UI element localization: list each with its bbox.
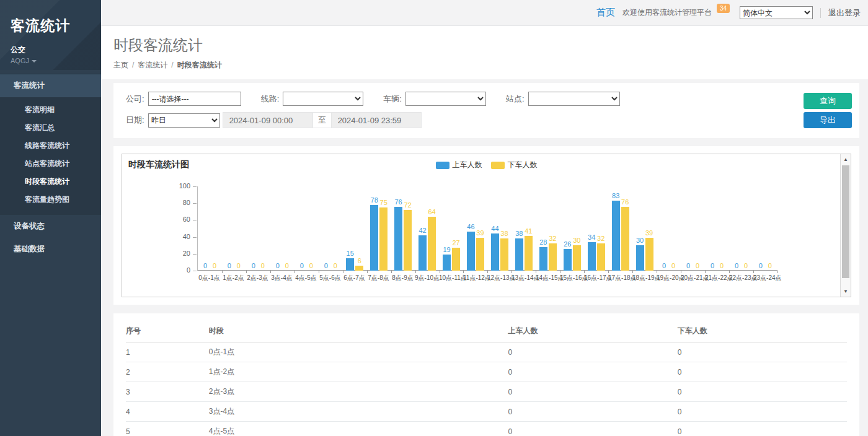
sidebar-item-2[interactable]: 客流汇总 [0, 119, 101, 137]
bar[interactable] [549, 243, 557, 271]
bar[interactable] [588, 242, 596, 271]
bar-value-label: 76 [621, 198, 629, 206]
breadcrumb-section[interactable]: 客流统计 [138, 61, 167, 69]
date-label: 日期: [126, 115, 144, 126]
table-row[interactable]: 21点-2点00 [126, 362, 847, 382]
bar-wrap: 27 [452, 186, 460, 271]
main-area: 首页 欢迎使用客流统计管理平台 34 简体中文 退出登录 时段客流统计 主页/客… [101, 0, 868, 436]
bar-group: 3039 [632, 186, 657, 271]
legend-item-alighting[interactable]: 下车人数 [491, 160, 538, 170]
scrollbar-thumb[interactable] [842, 165, 849, 278]
bar[interactable] [597, 243, 605, 271]
bar[interactable] [452, 248, 460, 271]
bar-wrap: 0 [732, 186, 740, 271]
sidebar-item-1[interactable]: 客流明细 [0, 101, 101, 119]
scroll-down-arrow[interactable]: ▼ [841, 287, 851, 296]
table-row[interactable]: 54点-5点00 [126, 422, 847, 436]
page-title: 时段客流统计 [113, 35, 856, 55]
bar-value-label: 0 [300, 262, 304, 269]
bar-wrap: 44 [491, 186, 499, 271]
table-row[interactable]: 10点-1点00 [126, 342, 847, 362]
table-row[interactable]: 32点-3点00 [126, 382, 847, 402]
bar-value-label: 0 [696, 262, 699, 269]
query-button[interactable]: 查询 [804, 93, 852, 109]
bar-group: 156 [343, 186, 367, 271]
vehicle-select[interactable] [405, 92, 486, 106]
sidebar-item-6[interactable]: 客流量趋势图 [0, 191, 101, 209]
bar[interactable] [379, 207, 388, 271]
bar[interactable] [636, 245, 644, 271]
bar-value-label: 41 [525, 227, 532, 235]
bar-wrap: 75 [379, 186, 388, 271]
bar[interactable] [467, 232, 475, 271]
bar[interactable] [443, 255, 451, 271]
x-tick-label: 18点-19点 [632, 274, 657, 282]
breadcrumb-home[interactable]: 主页 [113, 61, 128, 69]
bar[interactable] [394, 207, 402, 271]
bar[interactable] [476, 238, 484, 271]
bar[interactable] [355, 266, 363, 271]
date-start-input[interactable] [223, 112, 313, 128]
date-preset-select[interactable]: 昨日 [148, 113, 220, 128]
table-panel: 序号时段上车人数下车人数 10点-1点0021点-2点0032点-3点0043点… [113, 313, 859, 436]
bar-group: 00 [294, 186, 319, 271]
sidebar-section-0[interactable]: 客流统计 [0, 74, 101, 97]
bar[interactable] [573, 245, 581, 271]
sidebar-item-3[interactable]: 线路客流统计 [0, 137, 101, 155]
table-cell: 5 [126, 422, 209, 436]
bar-value-label: 38 [515, 230, 523, 237]
home-link[interactable]: 首页 [596, 7, 615, 19]
bar[interactable] [491, 233, 499, 271]
bar-value-label: 0 [285, 262, 289, 269]
notification-badge: 34 [717, 4, 730, 13]
bar-value-label: 0 [276, 262, 280, 269]
bar[interactable] [564, 249, 572, 271]
language-select[interactable]: 简体中文 [740, 6, 813, 19]
sidebar-item-4[interactable]: 站点客流统计 [0, 155, 101, 173]
sidebar-section-7[interactable]: 设备状态 [0, 215, 101, 238]
bar-value-label: 0 [309, 262, 313, 269]
bar[interactable] [525, 236, 533, 271]
bar-wrap: 6 [355, 186, 363, 271]
bar[interactable] [418, 235, 427, 271]
x-tick-label: 19点-20点 [657, 274, 681, 282]
export-button[interactable]: 导出 [804, 112, 852, 128]
bar[interactable] [612, 201, 620, 271]
bar[interactable] [404, 210, 412, 271]
company-select[interactable]: ---请选择--- [148, 92, 241, 106]
sidebar-section-8[interactable]: 基础数据 [0, 238, 101, 261]
station-select[interactable] [528, 92, 620, 106]
bar[interactable] [645, 238, 653, 271]
legend-item-boarding[interactable]: 上车人数 [436, 160, 482, 170]
line-select[interactable] [283, 92, 363, 106]
table-row[interactable]: 43点-4点00 [126, 402, 847, 422]
sidebar-item-5[interactable]: 时段客流统计 [0, 173, 101, 191]
bar[interactable] [346, 258, 354, 271]
bar-wrap: 0 [660, 186, 668, 271]
bar[interactable] [500, 238, 508, 271]
bar-value-label: 72 [404, 201, 411, 209]
chart-scrollbar[interactable]: ▲ ▼ [840, 154, 851, 297]
bar-value-label: 64 [428, 208, 435, 216]
logout-link[interactable]: 退出登录 [828, 7, 861, 19]
bar-wrap: 0 [670, 186, 678, 271]
table-cell: 3 [126, 382, 209, 402]
bar[interactable] [515, 238, 523, 271]
table-column-header: 下车人数 [678, 320, 847, 342]
table-cell: 4点-5点 [209, 422, 508, 436]
bar[interactable] [370, 205, 378, 271]
bar-value-label: 46 [467, 223, 474, 230]
bar-group: 00 [319, 186, 343, 271]
bar[interactable] [621, 207, 629, 271]
bar-group: 00 [222, 186, 246, 271]
date-end-input[interactable] [331, 112, 422, 128]
x-tick-label: 0点-1点 [197, 274, 221, 282]
user-dropdown[interactable]: AQGJ [11, 57, 101, 64]
scroll-up-arrow[interactable]: ▲ [841, 155, 851, 164]
bar[interactable] [428, 217, 436, 271]
company-label: 公司: [126, 94, 144, 105]
bar[interactable] [539, 247, 547, 271]
bar-group: 00 [246, 186, 270, 271]
bar-wrap: 0 [717, 186, 725, 271]
bar-value-label: 39 [476, 229, 484, 237]
